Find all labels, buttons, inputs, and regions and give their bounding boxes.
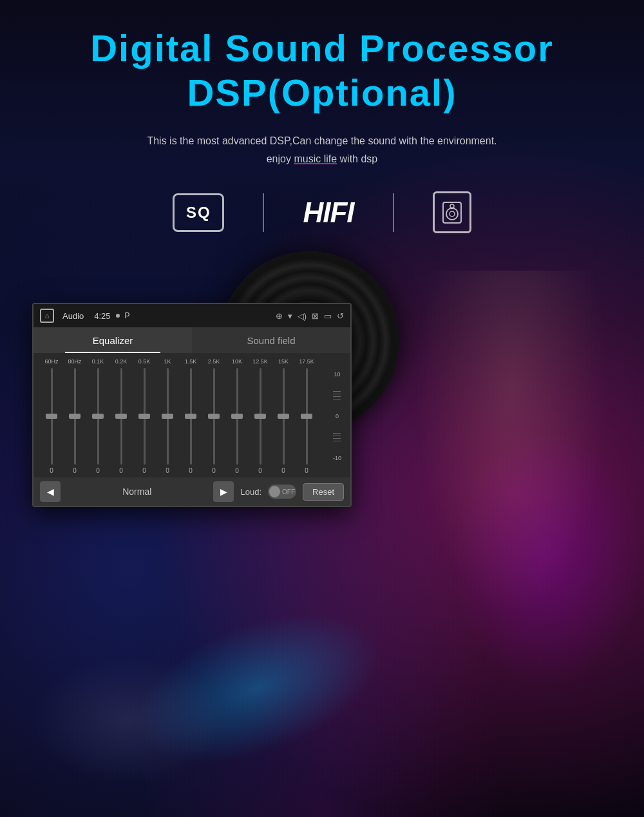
slider-3[interactable] bbox=[86, 368, 109, 465]
val-2: 0 bbox=[63, 467, 86, 474]
back-icon[interactable]: ↺ bbox=[337, 311, 344, 321]
toggle-text: OFF bbox=[282, 488, 295, 495]
main-title: Digital Sound Processor bbox=[90, 26, 554, 71]
icons-row: SQ HIFI bbox=[173, 191, 471, 233]
sub-title: DSP(Optional) bbox=[90, 71, 554, 114]
eq-area: 60Hz 80Hz 0.1K 0.2K 0.5K 1K 1.5K 2.5K 10… bbox=[33, 353, 350, 477]
freq-02k: 0.2K bbox=[109, 358, 133, 365]
svg-point-1 bbox=[446, 208, 458, 220]
val-7: 0 bbox=[179, 467, 202, 474]
volume-icon: ◁) bbox=[298, 311, 307, 321]
freq-125k: 12.5K bbox=[249, 358, 272, 365]
screen-wrapper: ⌂ Audio 4:25 P ⊕ ▾ ◁) ⊠ ▭ ↺ Equalizer So… bbox=[32, 303, 352, 507]
next-button[interactable]: ▶ bbox=[213, 481, 234, 502]
speaker-icon bbox=[433, 191, 471, 233]
val-6: 0 bbox=[156, 467, 179, 474]
slider-6[interactable] bbox=[156, 368, 179, 465]
freq-60hz: 60Hz bbox=[40, 358, 63, 365]
status-bar: ⌂ Audio 4:25 P ⊕ ▾ ◁) ⊠ ▭ ↺ bbox=[33, 304, 350, 327]
slider-7[interactable] bbox=[179, 368, 202, 465]
tabs: Equalizer Sound field bbox=[33, 327, 350, 353]
scale-top: 10 bbox=[334, 371, 340, 378]
loud-toggle[interactable]: OFF bbox=[268, 485, 296, 499]
slider-9[interactable] bbox=[225, 368, 249, 465]
freq-15k: 1.5K bbox=[179, 358, 202, 365]
p-icon: P bbox=[125, 311, 130, 320]
icon-divider-1 bbox=[263, 193, 264, 232]
tab-sound-field[interactable]: Sound field bbox=[192, 327, 350, 353]
audio-screen: ⌂ Audio 4:25 P ⊕ ▾ ◁) ⊠ ▭ ↺ Equalizer So… bbox=[32, 303, 352, 507]
slider-10[interactable] bbox=[249, 368, 272, 465]
val-1: 0 bbox=[40, 467, 63, 474]
sliders-row bbox=[40, 368, 318, 465]
value-labels: 0 0 0 0 0 0 0 0 0 0 0 0 bbox=[40, 467, 318, 474]
freq-labels: 60Hz 80Hz 0.1K 0.2K 0.5K 1K 1.5K 2.5K 10… bbox=[40, 358, 318, 365]
freq-80hz: 80Hz bbox=[63, 358, 86, 365]
slider-11[interactable] bbox=[272, 368, 295, 465]
slider-12[interactable] bbox=[295, 368, 318, 465]
freq-01k: 0.1K bbox=[86, 358, 109, 365]
val-9: 0 bbox=[225, 467, 249, 474]
freq-25k: 2.5K bbox=[202, 358, 225, 365]
status-dot bbox=[116, 314, 120, 318]
location-icon: ⊕ bbox=[276, 311, 283, 321]
val-4: 0 bbox=[109, 467, 133, 474]
bottom-controls: ◀ Normal ▶ Loud: OFF Reset bbox=[33, 477, 350, 506]
eq-scale: 10 0 bbox=[318, 358, 344, 474]
desc-line1: This is the most advanced DSP,Can change… bbox=[147, 132, 497, 151]
val-8: 0 bbox=[202, 467, 225, 474]
val-11: 0 bbox=[272, 467, 295, 474]
audio-label: Audio bbox=[62, 311, 84, 321]
freq-10k: 10K bbox=[225, 358, 249, 365]
val-5: 0 bbox=[133, 467, 156, 474]
val-3: 0 bbox=[86, 467, 109, 474]
reset-button[interactable]: Reset bbox=[303, 483, 344, 501]
freq-1k: 1K bbox=[156, 358, 179, 365]
val-12: 0 bbox=[295, 467, 318, 474]
signal-icon: ▾ bbox=[288, 311, 292, 321]
hifi-icon: HIFI bbox=[303, 197, 354, 229]
toggle-knob bbox=[269, 486, 280, 497]
window-icon[interactable]: ▭ bbox=[324, 311, 332, 321]
val-10: 0 bbox=[249, 467, 272, 474]
desc-line2: enjoy music life with dsp bbox=[147, 150, 497, 169]
slider-2[interactable] bbox=[63, 368, 86, 465]
status-time: 4:25 bbox=[94, 311, 110, 321]
close-icon[interactable]: ⊠ bbox=[312, 311, 319, 321]
description: This is the most advanced DSP,Can change… bbox=[147, 132, 497, 169]
tab-equalizer[interactable]: Equalizer bbox=[33, 327, 192, 353]
home-icon: ⌂ bbox=[45, 312, 50, 320]
prev-button[interactable]: ◀ bbox=[40, 481, 61, 502]
title-section: Digital Sound Processor DSP(Optional) bbox=[90, 0, 554, 120]
slider-5[interactable] bbox=[133, 368, 156, 465]
status-bar-right: ⊕ ▾ ◁) ⊠ ▭ ↺ bbox=[276, 311, 344, 321]
slider-4[interactable] bbox=[109, 368, 133, 465]
freq-05k: 0.5K bbox=[133, 358, 156, 365]
loud-label: Loud: bbox=[240, 487, 261, 497]
sq-icon: SQ bbox=[173, 193, 224, 232]
slider-1[interactable] bbox=[40, 368, 63, 465]
icon-divider-2 bbox=[393, 193, 394, 232]
freq-175k: 17.5K bbox=[295, 358, 318, 365]
slider-8[interactable] bbox=[202, 368, 225, 465]
home-button[interactable]: ⌂ bbox=[40, 309, 54, 323]
freq-15k2: 15K bbox=[272, 358, 295, 365]
svg-point-2 bbox=[450, 211, 455, 216]
music-life-text: music life bbox=[294, 153, 337, 164]
scale-mid: 0 bbox=[336, 413, 339, 419]
mode-label: Normal bbox=[67, 486, 207, 497]
scale-bot: -10 bbox=[333, 455, 341, 461]
